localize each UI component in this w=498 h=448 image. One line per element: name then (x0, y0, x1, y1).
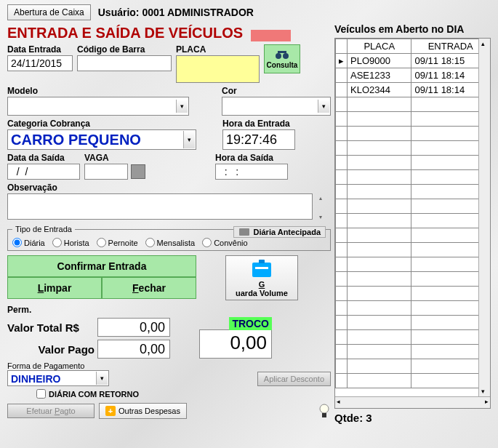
cell-placa (348, 185, 411, 199)
table-row[interactable] (336, 112, 490, 127)
codigo-barra-input[interactable] (77, 55, 172, 71)
hora-saida-input[interactable] (215, 164, 288, 180)
ticket-icon (238, 228, 250, 236)
hora-entrada-input[interactable] (222, 129, 295, 150)
cell-placa (348, 287, 411, 301)
hora-saida-label: Hora da Saída (215, 153, 288, 163)
cell-placa (348, 199, 411, 214)
table-row[interactable] (336, 345, 490, 359)
radio-diaria[interactable]: Diária (12, 238, 45, 247)
cell-placa (348, 243, 411, 257)
valor-pago-input[interactable] (97, 340, 170, 359)
confirmar-entrada-button[interactable]: Confirmar Entrada (7, 255, 196, 277)
consulta-label: Consulta (267, 61, 298, 69)
modelo-select[interactable] (7, 97, 189, 116)
scrollbar-horizontal[interactable] (335, 396, 490, 408)
table-row[interactable] (336, 228, 490, 243)
diaria-antecipada-label: Diária Antecipada (253, 228, 321, 236)
radio-horista[interactable]: Horista (52, 238, 89, 247)
scrollbar-icon: ▴▾ (319, 195, 329, 220)
efetuar-pagto-button[interactable]: Efetuar Pagto (7, 404, 95, 418)
table-row[interactable] (336, 214, 490, 228)
table-row[interactable] (336, 316, 490, 330)
row-marker (336, 199, 348, 214)
valor-total-input[interactable] (97, 318, 170, 337)
outras-despesas-button[interactable]: + Outras Despesas (99, 403, 187, 419)
lightbulb-icon[interactable] (318, 403, 331, 419)
usuario-label: Usuário: (98, 7, 140, 18)
fechar-button[interactable]: Fechar (102, 277, 196, 299)
table-row[interactable]: KLO234409/11 18:14 (336, 83, 490, 97)
diaria-antecipada-button[interactable]: Diária Antecipada (233, 226, 326, 238)
table-row[interactable]: ASE123309/11 18:14 (336, 68, 490, 83)
table-row[interactable] (336, 127, 490, 141)
svg-point-0 (276, 53, 281, 59)
data-saida-label: Data da Saída (7, 153, 80, 163)
diaria-retorno-checkbox[interactable]: DIÁRIA COM RETORNO (36, 389, 139, 399)
cell-placa (348, 112, 411, 127)
veiculos-table: PLACA ENTRADA ▸PLO900009/11 18:15ASE1233… (335, 39, 490, 388)
row-marker (336, 359, 348, 374)
vaga-color-box[interactable] (131, 164, 145, 179)
right-panel-title: Veículos em Aberto no DIA (334, 23, 491, 35)
row-marker (336, 141, 348, 156)
cell-placa (348, 301, 411, 316)
table-row[interactable] (336, 243, 490, 257)
table-row-selector-header (336, 39, 348, 54)
table-row[interactable] (336, 301, 490, 316)
placa-label: PLACA (176, 44, 260, 55)
table-row[interactable]: ▸PLO900009/11 18:15 (336, 54, 490, 68)
codigo-barra-label: Código de Barra (77, 44, 172, 55)
abertura-caixa-button[interactable]: Abertura de Caixa (7, 4, 91, 20)
table-row[interactable] (336, 330, 490, 345)
cell-placa (348, 330, 411, 345)
data-entrada-input[interactable] (7, 55, 73, 71)
consulta-button[interactable]: Consulta (264, 44, 300, 73)
categoria-select[interactable]: CARRO PEQUENO (7, 129, 196, 150)
observacao-textarea[interactable] (7, 193, 313, 220)
valor-total-label: Valor Total R$ (7, 321, 95, 334)
row-marker (336, 127, 348, 141)
col-placa[interactable]: PLACA (348, 39, 411, 54)
table-row[interactable] (336, 170, 490, 185)
table-row[interactable] (336, 141, 490, 156)
table-row[interactable] (336, 359, 490, 374)
scrollbar-vertical[interactable] (478, 39, 490, 396)
svg-point-1 (283, 53, 289, 59)
troco-value: 0,00 (199, 329, 272, 359)
table-row[interactable] (336, 156, 490, 170)
cell-placa: ASE1233 (348, 68, 411, 83)
table-row[interactable] (336, 272, 490, 287)
tipo-entrada-group: Tipo de Entrada Diária Antecipada Diária… (7, 225, 331, 251)
cell-placa (348, 316, 411, 330)
table-row[interactable] (336, 185, 490, 199)
svg-rect-3 (239, 228, 249, 236)
table-row[interactable] (336, 374, 490, 388)
vaga-label: VAGA (84, 153, 145, 163)
cor-select[interactable] (222, 97, 331, 116)
table-row[interactable] (336, 257, 490, 272)
radio-mensalista[interactable]: Mensalista (145, 238, 196, 247)
binoculars-icon (275, 49, 289, 60)
row-marker (336, 345, 348, 359)
cell-placa (348, 272, 411, 287)
vaga-input[interactable] (84, 164, 128, 180)
row-marker: ▸ (336, 54, 348, 68)
radio-convenio[interactable]: Convênio (202, 238, 247, 247)
limpar-button[interactable]: Limpar (7, 277, 102, 299)
guarda-volume-button[interactable]: Guarda Volume (225, 255, 298, 300)
usuario-value: 0001 ADMINISTRADOR (142, 7, 254, 18)
forma-pagamento-label: Forma de Pagamento (7, 361, 109, 370)
placa-input[interactable] (176, 55, 260, 83)
table-row[interactable] (336, 287, 490, 301)
svg-rect-6 (255, 267, 268, 269)
table-row[interactable] (336, 97, 490, 112)
table-row[interactable] (336, 199, 490, 214)
cell-placa (348, 359, 411, 374)
aplicar-desconto-button[interactable]: Aplicar Desconto (257, 372, 331, 386)
radio-pernoite[interactable]: Pernoite (97, 238, 138, 247)
row-marker (336, 156, 348, 170)
forma-pagamento-select[interactable]: DINHEIRO (7, 370, 109, 386)
data-saida-input[interactable] (7, 164, 80, 180)
usuario-text: Usuário: 0001 ADMINISTRADOR (98, 7, 254, 18)
